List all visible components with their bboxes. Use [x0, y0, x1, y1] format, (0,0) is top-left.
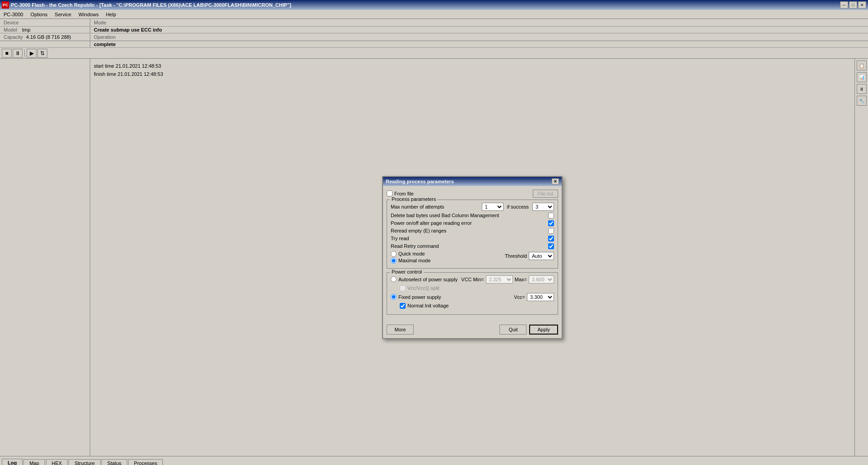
param-row-1: Power on/off alter page reading error	[391, 220, 554, 226]
maximal-mode-row: Maximal mode	[391, 258, 505, 264]
app-icon: PC	[2, 1, 9, 9]
param-checkbox-0[interactable]	[548, 213, 554, 219]
vcc-max-label: Max=	[515, 277, 527, 282]
power-control-title: Power control	[390, 269, 424, 274]
tab-map[interactable]: Map	[23, 459, 45, 465]
more-button[interactable]: More	[387, 325, 414, 335]
mode-value: Create submap use ECC info	[94, 27, 162, 33]
quick-mode-label: Quick mode	[398, 251, 425, 256]
process-params-group: Process parameters Max number of attempt…	[387, 200, 558, 269]
maximize-button[interactable]: □	[849, 1, 857, 9]
capacity-value: 4.16 GB (8 716 288)	[26, 34, 71, 40]
title-bar-controls: ─ □ ✕	[840, 1, 866, 9]
normal-init-row: Normal Init voltage	[400, 303, 554, 309]
log-line-2: finish time 21.01.2021 12:48:53	[94, 70, 851, 79]
max-attempts-select[interactable]: 12345	[482, 203, 503, 211]
autoselect-label: Autoselect of power supply	[398, 277, 461, 282]
if-success-label: if success	[507, 204, 529, 209]
content-area: start time 21.01.2021 12:48:53 finish ti…	[90, 59, 854, 456]
toolbar: ■ ⏸ ▶ ⇅	[0, 48, 868, 59]
bottom-tabs: Log Map HEX Structure Status Processes	[0, 456, 868, 465]
maximal-mode-radio[interactable]	[391, 258, 397, 264]
right-btn-4[interactable]: 🔧	[857, 96, 867, 106]
menu-help[interactable]: Help	[102, 11, 120, 18]
vcc-select[interactable]: 3.3003.6003.7003.800	[527, 293, 554, 301]
param-row-0: Delete bad bytes used Bad Column Managem…	[391, 213, 554, 219]
param-row-4: Read Retry command	[391, 243, 554, 249]
dialog-overlay: Reading process parameters ✕ From file F…	[90, 59, 854, 456]
normal-init-label: Normal Init voltage	[407, 303, 449, 308]
right-btn-2[interactable]: 📊	[857, 72, 867, 82]
if-success-select[interactable]: 12345	[532, 203, 554, 211]
quit-button[interactable]: Quit	[499, 325, 526, 335]
param-checkbox-2[interactable]	[548, 228, 554, 234]
model-label: Model	[4, 27, 17, 33]
fixed-power-row: Fixed power supply Vcc= 3.3003.6003.7003…	[391, 293, 554, 301]
param-row-2: Reread empty (E) ranges	[391, 228, 554, 234]
menu-bar: PC-3000 Options Service Windows Help	[0, 10, 868, 19]
menu-options[interactable]: Options	[27, 11, 51, 18]
tab-processes[interactable]: Processes	[128, 459, 163, 465]
param-row-3: Try read	[391, 236, 554, 242]
right-btn-1[interactable]: 📋	[857, 60, 867, 70]
operation-label: Operation	[94, 34, 115, 40]
right-panel: 📋 📊 ⏸ 🔧	[854, 59, 868, 456]
threshold-label: Threshold	[505, 253, 527, 259]
param-label-3: Try read	[391, 236, 548, 241]
vccq-split-checkbox[interactable]	[400, 285, 406, 291]
left-panel	[0, 59, 90, 456]
menu-pc3000[interactable]: PC-3000	[0, 11, 27, 18]
maximal-mode-label: Maximal mode	[398, 258, 431, 263]
max-attempts-label: Max number of attempts	[391, 204, 482, 209]
dialog-body: From file File list Process parameters M…	[383, 186, 562, 322]
menu-windows[interactable]: Windows	[75, 11, 102, 18]
quick-mode-radio[interactable]	[391, 251, 397, 257]
autoselect-radio[interactable]	[391, 276, 397, 282]
param-label-0: Delete bad bytes used Bad Column Managem…	[391, 213, 548, 218]
dialog-title: Reading process parameters	[386, 179, 454, 184]
normal-init-checkbox[interactable]	[400, 303, 406, 309]
pause-button[interactable]: ⏸	[13, 49, 23, 58]
nav-button[interactable]: ⇅	[37, 49, 47, 58]
param-checkbox-4[interactable]	[548, 243, 554, 249]
max-attempts-row: Max number of attempts 12345 if success …	[391, 203, 554, 211]
toolbar-separator	[24, 50, 25, 57]
forward-button[interactable]: ▶	[27, 49, 37, 58]
minimize-button[interactable]: ─	[840, 1, 848, 9]
fixed-power-label: Fixed power supply	[398, 294, 514, 300]
vcc-max-select[interactable]: 3.3003.6003.7003.800	[529, 275, 554, 284]
reading-process-dialog: Reading process parameters ✕ From file F…	[382, 176, 563, 339]
operation-value: complete	[94, 42, 115, 47]
param-checkbox-3[interactable]	[548, 236, 554, 242]
dialog-title-bar: Reading process parameters ✕	[383, 177, 562, 186]
model-value: tmp	[22, 27, 30, 33]
param-checkbox-1[interactable]	[548, 220, 554, 226]
tab-log[interactable]: Log	[2, 459, 23, 465]
dialog-close-button[interactable]: ✕	[552, 178, 559, 185]
close-button[interactable]: ✕	[858, 1, 866, 9]
from-file-checkbox[interactable]	[387, 191, 392, 196]
log-line-1: start time 21.01.2021 12:48:53	[94, 62, 851, 70]
param-label-1: Power on/off alter page reading error	[391, 220, 548, 226]
tab-structure[interactable]: Structure	[69, 459, 101, 465]
log-output: start time 21.01.2021 12:48:53 finish ti…	[94, 62, 851, 78]
vccq-split-label: Vcc/VccQ split	[407, 285, 439, 291]
stop-button[interactable]: ■	[2, 49, 12, 58]
fixed-power-radio[interactable]	[391, 294, 397, 300]
from-file-label: From file	[394, 191, 414, 196]
dialog-buttons: More Quit Apply	[383, 322, 562, 338]
threshold-select[interactable]: AutoLowMediumHigh	[529, 252, 554, 260]
apply-button[interactable]: Apply	[529, 325, 558, 335]
tab-status[interactable]: Status	[102, 459, 127, 465]
process-params-title: Process parameters	[390, 196, 438, 202]
vcc-min-max: VCC Min= 2.3252.5002.7003.0003.300 Max= …	[461, 275, 554, 284]
menu-service[interactable]: Service	[51, 11, 75, 18]
quick-mode-row: Quick mode	[391, 251, 505, 257]
vcc-fixed-row: Vcc= 3.3003.6003.7003.800	[514, 293, 554, 301]
vcc-min-label: VCC Min=	[461, 277, 484, 282]
tab-hex[interactable]: HEX	[46, 459, 68, 465]
file-list-button[interactable]: File list	[533, 190, 558, 198]
capacity-label: Capacity	[4, 34, 23, 40]
right-btn-3[interactable]: ⏸	[857, 84, 867, 94]
vcc-min-select[interactable]: 2.3252.5002.7003.0003.300	[486, 275, 513, 284]
